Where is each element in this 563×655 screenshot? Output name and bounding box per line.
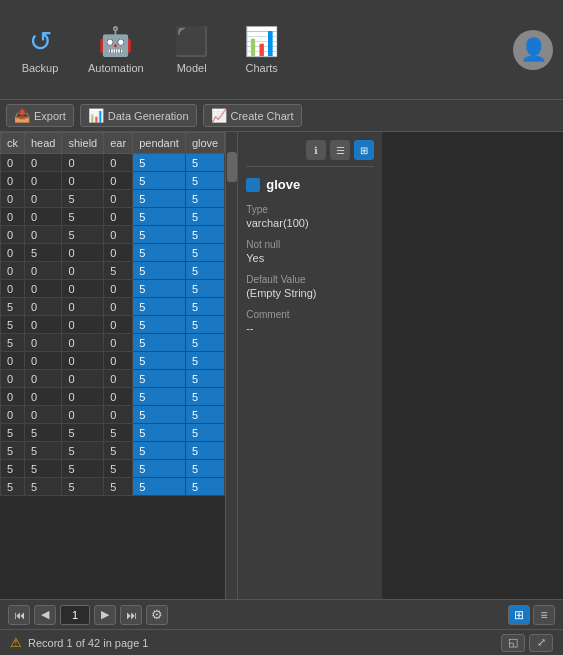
export-button[interactable]: 📤 Export (6, 104, 74, 127)
table-row[interactable]: 000055 (1, 370, 225, 388)
table-cell[interactable]: 0 (25, 406, 62, 424)
model-button[interactable]: ⬛ Model (162, 19, 222, 80)
last-page-button[interactable]: ⏭ (120, 605, 142, 625)
table-cell[interactable]: 5 (133, 442, 186, 460)
table-row[interactable]: 500055 (1, 298, 225, 316)
info-icon-btn[interactable]: ℹ (306, 140, 326, 160)
table-cell[interactable]: 5 (1, 478, 25, 496)
table-cell[interactable]: 5 (185, 406, 224, 424)
column-header-ck[interactable]: ck (1, 133, 25, 154)
table-cell[interactable]: 5 (133, 226, 186, 244)
table-cell[interactable]: 0 (1, 370, 25, 388)
expand-button[interactable]: ⤢ (529, 634, 553, 652)
table-icon-btn[interactable]: ☰ (330, 140, 350, 160)
table-cell[interactable]: 0 (104, 298, 133, 316)
table-cell[interactable]: 5 (185, 388, 224, 406)
table-cell[interactable]: 5 (185, 478, 224, 496)
table-cell[interactable]: 0 (25, 262, 62, 280)
table-cell[interactable]: 5 (185, 316, 224, 334)
table-row[interactable]: 000055 (1, 172, 225, 190)
table-cell[interactable]: 0 (1, 154, 25, 172)
table-cell[interactable]: 5 (133, 172, 186, 190)
table-cell[interactable]: 5 (133, 316, 186, 334)
table-cell[interactable]: 0 (62, 172, 104, 190)
table-cell[interactable]: 5 (62, 478, 104, 496)
table-cell[interactable]: 0 (62, 388, 104, 406)
table-cell[interactable]: 5 (185, 424, 224, 442)
table-cell[interactable]: 5 (133, 334, 186, 352)
table-cell[interactable]: 5 (62, 190, 104, 208)
table-cell[interactable]: 5 (133, 406, 186, 424)
table-cell[interactable]: 0 (25, 154, 62, 172)
shrink-button[interactable]: ◱ (501, 634, 525, 652)
table-cell[interactable]: 0 (104, 316, 133, 334)
table-row[interactable]: 000555 (1, 262, 225, 280)
table-cell[interactable]: 0 (25, 388, 62, 406)
table-cell[interactable]: 0 (104, 190, 133, 208)
table-cell[interactable]: 0 (62, 406, 104, 424)
table-cell[interactable]: 0 (25, 370, 62, 388)
table-cell[interactable]: 5 (185, 298, 224, 316)
table-cell[interactable]: 5 (25, 478, 62, 496)
table-cell[interactable]: 5 (133, 208, 186, 226)
table-row[interactable]: 500055 (1, 316, 225, 334)
table-cell[interactable]: 0 (104, 280, 133, 298)
charts-button[interactable]: 📊 Charts (232, 19, 292, 80)
avatar[interactable]: 👤 (513, 30, 553, 70)
table-cell[interactable]: 0 (104, 154, 133, 172)
table-cell[interactable]: 0 (62, 370, 104, 388)
table-cell[interactable]: 5 (185, 280, 224, 298)
table-cell[interactable]: 5 (1, 334, 25, 352)
table-cell[interactable]: 5 (185, 442, 224, 460)
table-cell[interactable]: 0 (62, 262, 104, 280)
table-cell[interactable]: 0 (104, 226, 133, 244)
next-page-button[interactable]: ▶ (94, 605, 116, 625)
table-row[interactable]: 000055 (1, 280, 225, 298)
table-cell[interactable]: 5 (133, 352, 186, 370)
settings-button[interactable]: ⚙ (146, 605, 168, 625)
table-cell[interactable]: 5 (185, 460, 224, 478)
table-cell[interactable]: 5 (185, 244, 224, 262)
page-number-input[interactable] (60, 605, 90, 625)
table-row[interactable]: 005055 (1, 226, 225, 244)
table-row[interactable]: 050055 (1, 244, 225, 262)
table-row[interactable]: 500055 (1, 334, 225, 352)
table-cell[interactable]: 5 (185, 154, 224, 172)
table-cell[interactable]: 5 (133, 298, 186, 316)
table-cell[interactable]: 5 (185, 262, 224, 280)
table-cell[interactable]: 5 (133, 460, 186, 478)
table-cell[interactable]: 0 (104, 334, 133, 352)
table-cell[interactable]: 0 (104, 352, 133, 370)
table-cell[interactable]: 0 (104, 406, 133, 424)
table-cell[interactable]: 0 (104, 388, 133, 406)
table-cell[interactable]: 5 (1, 442, 25, 460)
table-cell[interactable]: 0 (62, 244, 104, 262)
table-cell[interactable]: 5 (133, 154, 186, 172)
table-cell[interactable]: 0 (25, 280, 62, 298)
table-row[interactable]: 555555 (1, 478, 225, 496)
table-row[interactable]: 555555 (1, 460, 225, 478)
table-cell[interactable]: 0 (62, 316, 104, 334)
table-row[interactable]: 005055 (1, 190, 225, 208)
table-cell[interactable]: 0 (1, 406, 25, 424)
column-header-pendant[interactable]: pendant (133, 133, 186, 154)
table-cell[interactable]: 5 (25, 442, 62, 460)
table-cell[interactable]: 0 (104, 172, 133, 190)
table-cell[interactable]: 5 (1, 298, 25, 316)
table-cell[interactable]: 5 (133, 370, 186, 388)
table-cell[interactable]: 0 (1, 226, 25, 244)
table-cell[interactable]: 0 (1, 352, 25, 370)
table-cell[interactable]: 0 (1, 262, 25, 280)
table-cell[interactable]: 0 (1, 280, 25, 298)
table-row[interactable]: 555555 (1, 424, 225, 442)
column-header-glove[interactable]: glove (185, 133, 224, 154)
table-cell[interactable]: 5 (62, 424, 104, 442)
table-cell[interactable]: 5 (185, 172, 224, 190)
table-cell[interactable]: 5 (25, 244, 62, 262)
column-header-shield[interactable]: shield (62, 133, 104, 154)
table-cell[interactable]: 5 (62, 208, 104, 226)
table-cell[interactable]: 5 (133, 424, 186, 442)
table-cell[interactable]: 0 (62, 298, 104, 316)
table-cell[interactable]: 5 (185, 226, 224, 244)
table-cell[interactable]: 0 (62, 334, 104, 352)
